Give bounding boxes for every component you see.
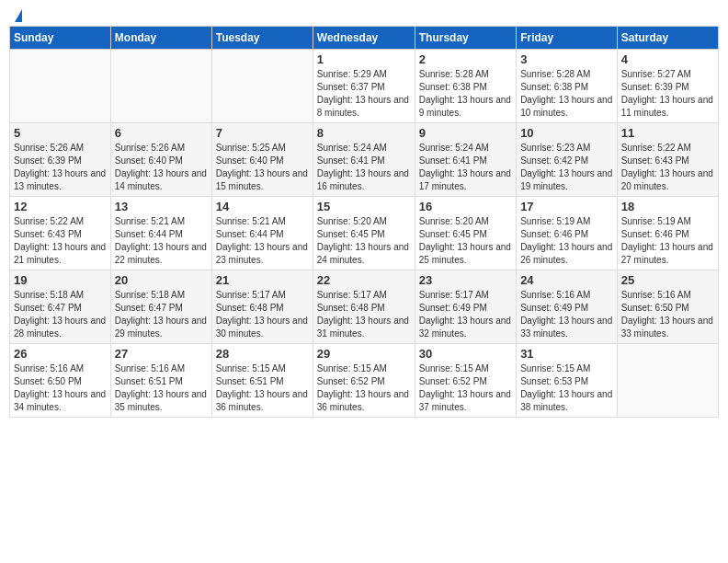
day-number: 27 (115, 347, 208, 361)
calendar-cell: 20Sunrise: 5:18 AMSunset: 6:47 PMDayligh… (110, 270, 211, 344)
calendar-cell: 27Sunrise: 5:16 AMSunset: 6:51 PMDayligh… (110, 344, 211, 418)
calendar-cell: 22Sunrise: 5:17 AMSunset: 6:48 PMDayligh… (313, 270, 415, 344)
day-number: 3 (520, 52, 613, 66)
day-number: 20 (115, 273, 208, 287)
day-info: Sunrise: 5:18 AMSunset: 6:47 PMDaylight:… (14, 289, 107, 340)
calendar-cell: 21Sunrise: 5:17 AMSunset: 6:48 PMDayligh… (211, 270, 313, 344)
day-info: Sunrise: 5:15 AMSunset: 6:52 PMDaylight:… (317, 362, 411, 414)
calendar-cell: 13Sunrise: 5:21 AMSunset: 6:44 PMDayligh… (110, 197, 211, 270)
calendar-week-row: 26Sunrise: 5:16 AMSunset: 6:50 PMDayligh… (10, 344, 719, 418)
day-info: Sunrise: 5:18 AMSunset: 6:47 PMDaylight:… (115, 289, 208, 340)
calendar-cell: 10Sunrise: 5:23 AMSunset: 6:42 PMDayligh… (517, 123, 618, 197)
day-number: 1 (317, 52, 411, 66)
calendar-week-row: 1Sunrise: 5:29 AMSunset: 6:37 PMDaylight… (10, 50, 719, 123)
calendar-cell: 30Sunrise: 5:15 AMSunset: 6:52 PMDayligh… (415, 344, 516, 418)
calendar-cell (110, 50, 211, 123)
day-number: 6 (115, 126, 208, 140)
day-number: 7 (216, 126, 309, 140)
calendar-cell: 4Sunrise: 5:27 AMSunset: 6:39 PMDaylight… (617, 50, 718, 123)
day-info: Sunrise: 5:16 AMSunset: 6:50 PMDaylight:… (621, 289, 714, 340)
calendar-cell: 2Sunrise: 5:28 AMSunset: 6:38 PMDaylight… (415, 50, 516, 123)
calendar-cell: 14Sunrise: 5:21 AMSunset: 6:44 PMDayligh… (211, 197, 313, 270)
day-info: Sunrise: 5:15 AMSunset: 6:52 PMDaylight:… (419, 362, 512, 414)
calendar-cell: 25Sunrise: 5:16 AMSunset: 6:50 PMDayligh… (617, 270, 718, 344)
calendar-cell: 3Sunrise: 5:28 AMSunset: 6:38 PMDaylight… (517, 50, 618, 123)
calendar-header-friday: Friday (517, 27, 618, 50)
logo-triangle-icon (15, 9, 22, 22)
calendar-header-thursday: Thursday (415, 27, 516, 50)
day-number: 25 (621, 273, 714, 287)
calendar-header-sunday: Sunday (10, 27, 111, 50)
day-info: Sunrise: 5:16 AMSunset: 6:49 PMDaylight:… (520, 289, 613, 340)
day-info: Sunrise: 5:16 AMSunset: 6:50 PMDaylight:… (14, 362, 107, 414)
day-number: 5 (14, 126, 107, 140)
calendar-cell (617, 344, 718, 418)
calendar-cell: 17Sunrise: 5:19 AMSunset: 6:46 PMDayligh… (517, 197, 618, 270)
day-info: Sunrise: 5:29 AMSunset: 6:37 PMDaylight:… (317, 68, 411, 120)
day-info: Sunrise: 5:28 AMSunset: 6:38 PMDaylight:… (419, 68, 512, 120)
day-number: 11 (621, 126, 714, 140)
day-info: Sunrise: 5:27 AMSunset: 6:39 PMDaylight:… (621, 68, 714, 120)
calendar-cell: 23Sunrise: 5:17 AMSunset: 6:49 PMDayligh… (415, 270, 516, 344)
calendar-header-row: SundayMondayTuesdayWednesdayThursdayFrid… (10, 27, 719, 50)
day-number: 8 (317, 126, 411, 140)
day-info: Sunrise: 5:22 AMSunset: 6:43 PMDaylight:… (621, 142, 714, 193)
day-info: Sunrise: 5:15 AMSunset: 6:53 PMDaylight:… (520, 362, 613, 414)
calendar-cell: 5Sunrise: 5:26 AMSunset: 6:39 PMDaylight… (10, 123, 111, 197)
page-header (9, 9, 719, 18)
calendar-header-saturday: Saturday (617, 27, 718, 50)
calendar-cell: 31Sunrise: 5:15 AMSunset: 6:53 PMDayligh… (517, 344, 618, 418)
day-info: Sunrise: 5:20 AMSunset: 6:45 PMDaylight:… (419, 215, 512, 267)
calendar-week-row: 12Sunrise: 5:22 AMSunset: 6:43 PMDayligh… (10, 197, 719, 270)
calendar-week-row: 5Sunrise: 5:26 AMSunset: 6:39 PMDaylight… (10, 123, 719, 197)
day-number: 4 (621, 52, 714, 66)
day-number: 13 (115, 200, 208, 213)
calendar-cell: 26Sunrise: 5:16 AMSunset: 6:50 PMDayligh… (10, 344, 111, 418)
day-number: 26 (14, 347, 107, 361)
day-info: Sunrise: 5:20 AMSunset: 6:45 PMDaylight:… (317, 215, 411, 267)
day-info: Sunrise: 5:24 AMSunset: 6:41 PMDaylight:… (419, 142, 512, 193)
calendar-cell: 8Sunrise: 5:24 AMSunset: 6:41 PMDaylight… (313, 123, 415, 197)
day-info: Sunrise: 5:28 AMSunset: 6:38 PMDaylight:… (520, 68, 613, 120)
calendar-cell: 28Sunrise: 5:15 AMSunset: 6:51 PMDayligh… (211, 344, 313, 418)
day-info: Sunrise: 5:21 AMSunset: 6:44 PMDaylight:… (115, 215, 208, 267)
day-number: 10 (520, 126, 613, 140)
calendar-cell: 16Sunrise: 5:20 AMSunset: 6:45 PMDayligh… (415, 197, 516, 270)
day-info: Sunrise: 5:23 AMSunset: 6:42 PMDaylight:… (520, 142, 613, 193)
calendar-cell: 29Sunrise: 5:15 AMSunset: 6:52 PMDayligh… (313, 344, 415, 418)
day-info: Sunrise: 5:19 AMSunset: 6:46 PMDaylight:… (520, 215, 613, 267)
day-info: Sunrise: 5:22 AMSunset: 6:43 PMDaylight:… (14, 215, 107, 267)
logo (13, 9, 22, 18)
day-info: Sunrise: 5:25 AMSunset: 6:40 PMDaylight:… (216, 142, 309, 193)
day-number: 2 (419, 52, 512, 66)
calendar-cell: 11Sunrise: 5:22 AMSunset: 6:43 PMDayligh… (617, 123, 718, 197)
calendar-cell: 24Sunrise: 5:16 AMSunset: 6:49 PMDayligh… (517, 270, 618, 344)
calendar-table: SundayMondayTuesdayWednesdayThursdayFrid… (9, 26, 719, 418)
calendar-cell: 1Sunrise: 5:29 AMSunset: 6:37 PMDaylight… (313, 50, 415, 123)
day-info: Sunrise: 5:17 AMSunset: 6:49 PMDaylight:… (419, 289, 512, 340)
day-info: Sunrise: 5:24 AMSunset: 6:41 PMDaylight:… (317, 142, 411, 193)
calendar-cell: 12Sunrise: 5:22 AMSunset: 6:43 PMDayligh… (10, 197, 111, 270)
calendar-cell: 15Sunrise: 5:20 AMSunset: 6:45 PMDayligh… (313, 197, 415, 270)
day-number: 15 (317, 200, 411, 213)
day-info: Sunrise: 5:17 AMSunset: 6:48 PMDaylight:… (317, 289, 411, 340)
calendar-cell: 19Sunrise: 5:18 AMSunset: 6:47 PMDayligh… (10, 270, 111, 344)
day-number: 12 (14, 200, 107, 213)
day-number: 16 (419, 200, 512, 213)
day-number: 19 (14, 273, 107, 287)
day-number: 22 (317, 273, 411, 287)
day-number: 29 (317, 347, 411, 361)
calendar-cell: 6Sunrise: 5:26 AMSunset: 6:40 PMDaylight… (110, 123, 211, 197)
day-number: 14 (216, 200, 309, 213)
day-info: Sunrise: 5:26 AMSunset: 6:39 PMDaylight:… (14, 142, 107, 193)
day-number: 23 (419, 273, 512, 287)
day-info: Sunrise: 5:15 AMSunset: 6:51 PMDaylight:… (216, 362, 309, 414)
day-info: Sunrise: 5:17 AMSunset: 6:48 PMDaylight:… (216, 289, 309, 340)
calendar-cell: 18Sunrise: 5:19 AMSunset: 6:46 PMDayligh… (617, 197, 718, 270)
day-number: 30 (419, 347, 512, 361)
calendar-header-tuesday: Tuesday (211, 27, 313, 50)
calendar-cell: 9Sunrise: 5:24 AMSunset: 6:41 PMDaylight… (415, 123, 516, 197)
calendar-cell: 7Sunrise: 5:25 AMSunset: 6:40 PMDaylight… (211, 123, 313, 197)
calendar-header-monday: Monday (110, 27, 211, 50)
day-number: 9 (419, 126, 512, 140)
